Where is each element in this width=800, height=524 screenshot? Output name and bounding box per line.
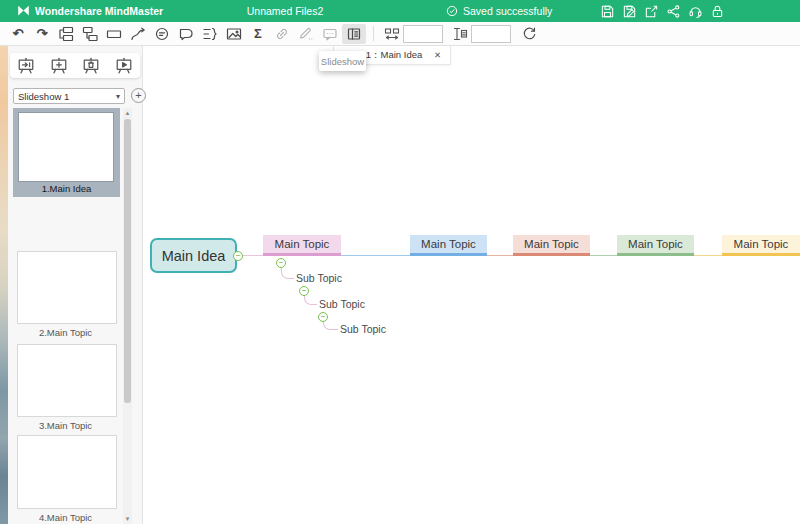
picture-icon[interactable]: [222, 24, 246, 44]
formula-icon[interactable]: Σ: [246, 24, 270, 44]
delete-slide-icon[interactable]: [81, 56, 101, 76]
slideshow-tooltip: Slideshow: [319, 51, 366, 71]
scrollbar-thumb[interactable]: [124, 119, 131, 403]
close-icon[interactable]: ✕: [434, 50, 441, 60]
chevron-down-icon: ▾: [116, 92, 120, 101]
collapse-subtopic-3-icon[interactable]: −: [318, 312, 328, 322]
collapse-subtopic-1-icon[interactable]: −: [276, 258, 286, 268]
branch-line-3: [487, 255, 513, 257]
branch-line-4: [590, 255, 617, 257]
lock-icon[interactable]: [710, 4, 725, 19]
desktop-wallpaper-strip: [0, 46, 8, 524]
panel-scrollbar[interactable]: ▲ ▼: [123, 108, 132, 524]
sub-topic-3[interactable]: Sub Topic: [340, 323, 386, 335]
support-icon[interactable]: [688, 4, 703, 19]
check-circle-icon: [446, 5, 458, 17]
mindmaster-logo-icon: [17, 4, 30, 17]
play-slideshow-icon[interactable]: [114, 56, 134, 76]
save-status-text: Saved successfully: [463, 5, 552, 17]
slideshow-panel-toolbar: [10, 53, 140, 78]
insert-subtopic-icon[interactable]: [78, 24, 102, 44]
share-icon[interactable]: [666, 4, 681, 19]
collapse-subtopic-2-icon[interactable]: −: [299, 286, 309, 296]
main-toolbar: ↶ ↷ Σ: [0, 22, 800, 46]
main-topic-1-node[interactable]: Main Topic: [263, 235, 341, 256]
subtopic-connector-1: [281, 267, 294, 279]
toolbar-separator: [373, 26, 374, 41]
sub-topic-1[interactable]: Sub Topic: [296, 272, 342, 284]
save-status: Saved successfully: [446, 0, 552, 22]
scroll-down-icon[interactable]: ▼: [123, 514, 132, 524]
pen-icon[interactable]: [294, 24, 318, 44]
main-topic-2-node[interactable]: Main Topic: [410, 235, 487, 256]
insert-topic-icon[interactable]: [54, 24, 78, 44]
slides-from-map-icon[interactable]: [16, 56, 36, 76]
slide-1-preview: [18, 112, 114, 182]
document-title: Unnamed Files2: [230, 0, 340, 22]
save-icon[interactable]: [600, 4, 615, 19]
add-slide-icon[interactable]: [49, 56, 69, 76]
slide-thumbnail-1-selected[interactable]: 1.Main Idea: [13, 108, 120, 197]
undo-icon[interactable]: ↶: [6, 24, 30, 44]
tooltip-text: Slideshow: [321, 56, 364, 67]
slide-thumbnail-2[interactable]: [17, 251, 117, 324]
subtopic-connector-2: [304, 295, 317, 305]
slide-3-label: 3.Main Topic: [8, 420, 123, 431]
app-window: Wondershare MindMaster Unnamed Files2 Sa…: [0, 0, 800, 524]
subtopic-connector-3: [323, 321, 338, 330]
topic-height-input[interactable]: [471, 25, 511, 43]
branch-line-5: [694, 255, 722, 257]
slide-thumbnail-list: 1.Main Idea 2.Main Topic 3.Main Topic 4.…: [8, 108, 123, 524]
slideshow-panel: Slideshow 1 ▾ + 1.Main Idea 2.Main Topic…: [8, 46, 143, 524]
sub-topic-2[interactable]: Sub Topic: [319, 298, 365, 310]
floating-topic-icon[interactable]: [102, 24, 126, 44]
slideshow-dropdown-value: Slideshow 1: [18, 91, 69, 102]
refresh-icon[interactable]: [517, 24, 541, 44]
main-idea-node[interactable]: Main Idea: [150, 238, 237, 273]
topic-width-input[interactable]: [403, 25, 443, 43]
add-slideshow-button[interactable]: +: [131, 88, 146, 103]
relationship-icon[interactable]: [126, 24, 150, 44]
slide-thumbnail-3[interactable]: [17, 344, 117, 417]
app-name: Wondershare MindMaster: [35, 0, 163, 22]
topic-width-icon: [384, 26, 400, 42]
title-bar: Wondershare MindMaster Unnamed Files2 Sa…: [0, 0, 800, 22]
collapse-root-icon[interactable]: −: [233, 251, 243, 261]
branch-line-2: [341, 255, 410, 257]
slide-2-label: 2.Main Topic: [8, 327, 123, 338]
callout-icon[interactable]: [174, 24, 198, 44]
slide-1-label: 1.Main Idea: [13, 183, 120, 194]
main-topic-3-node[interactable]: Main Topic: [513, 235, 590, 256]
redo-icon[interactable]: ↷: [30, 24, 54, 44]
save-as-icon[interactable]: [622, 4, 637, 19]
slideshow-dropdown[interactable]: Slideshow 1 ▾: [13, 88, 125, 104]
slideshow-icon[interactable]: [342, 24, 366, 44]
slideshow-selector-row: Slideshow 1 ▾ +: [13, 88, 141, 104]
topic-height-icon: [452, 26, 468, 42]
scroll-up-icon[interactable]: ▲: [123, 108, 132, 118]
comment-icon[interactable]: [318, 24, 342, 44]
hyperlink-icon[interactable]: [270, 24, 294, 44]
mark-icon[interactable]: [150, 24, 174, 44]
main-topic-5-node[interactable]: Main Topic: [722, 235, 800, 256]
slide-4-label: 4.Main Topic: [8, 512, 123, 523]
summary-icon[interactable]: [198, 24, 222, 44]
export-icon[interactable]: [644, 4, 659, 19]
main-topic-4-node[interactable]: Main Topic: [617, 235, 694, 256]
titlebar-actions: [600, 0, 725, 22]
slide-thumbnail-4[interactable]: [17, 435, 117, 509]
